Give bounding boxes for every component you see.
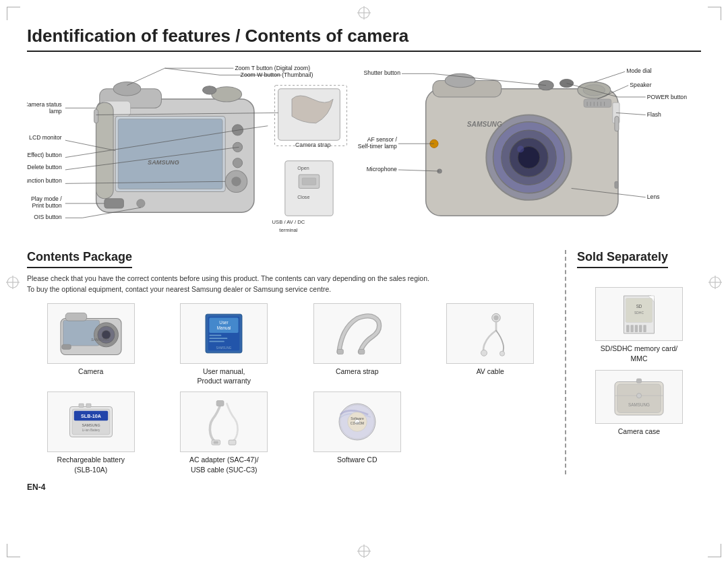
svg-text:Mode dial: Mode dial xyxy=(626,67,652,74)
contents-title: Contents Package xyxy=(27,250,132,268)
svg-point-163 xyxy=(636,394,641,398)
svg-point-14 xyxy=(113,82,141,96)
item-ac-adapter: AC adapter (SAC-47)/USB cable (SUC-C3) xyxy=(160,391,289,474)
item-sd-card-label: SD/SDHC memory card/MMC xyxy=(601,344,677,363)
crosshair-left xyxy=(5,275,20,290)
svg-text:E (Effect) button: E (Effect) button xyxy=(27,152,62,158)
contents-package: Contents Package Please check that you h… xyxy=(27,250,566,474)
svg-rect-157 xyxy=(626,299,653,323)
svg-rect-152 xyxy=(626,325,630,332)
svg-text:Print button: Print button xyxy=(32,202,61,209)
svg-text:Speaker: Speaker xyxy=(630,82,651,88)
svg-point-61 xyxy=(517,146,524,152)
svg-rect-115 xyxy=(65,313,87,321)
svg-point-132 xyxy=(481,350,487,356)
svg-text:5-function button: 5-function button xyxy=(27,177,62,184)
svg-rect-20 xyxy=(96,102,113,199)
item-manual: User Manual SAMSUNG User manual,Product … xyxy=(160,303,289,386)
svg-point-23 xyxy=(233,158,242,168)
svg-rect-143 xyxy=(214,441,218,444)
svg-line-104 xyxy=(616,113,646,115)
svg-rect-153 xyxy=(630,325,634,332)
item-camera-case: SAMSUNG Camera case xyxy=(577,370,701,437)
svg-text:SLB-10A: SLB-10A xyxy=(81,413,101,419)
svg-rect-154 xyxy=(635,325,638,332)
page-title: Identification of features / Contents of… xyxy=(27,26,701,52)
item-av-cable-label: AV cable xyxy=(477,367,504,377)
svg-text:SAMSUNG: SAMSUNG xyxy=(91,337,109,341)
svg-text:Close: Close xyxy=(297,195,309,200)
svg-text:USB / AV / DC: USB / AV / DC xyxy=(272,219,305,225)
svg-rect-19 xyxy=(118,119,222,189)
item-software-cd-image: Software CD-ROM xyxy=(313,391,401,452)
svg-text:SAMSUNG: SAMSUNG xyxy=(82,423,100,427)
svg-line-97 xyxy=(594,71,625,82)
svg-point-16 xyxy=(203,86,216,94)
svg-rect-141 xyxy=(86,404,91,407)
item-av-cable: AV cable xyxy=(427,303,555,386)
diagram-svg: SAMSUNG Camera strap Open Close USB / AV… xyxy=(27,61,701,243)
svg-text:Open: Open xyxy=(297,166,309,171)
crosshair-bottom xyxy=(357,544,371,559)
svg-text:Camera status: Camera status xyxy=(27,101,62,108)
svg-point-28 xyxy=(137,199,145,208)
corner-mark-tl xyxy=(7,7,20,20)
svg-rect-29 xyxy=(94,109,98,123)
svg-point-130 xyxy=(494,315,499,320)
item-camera-case-image: SAMSUNG xyxy=(595,370,683,424)
svg-text:OIS button: OIS button xyxy=(34,214,62,220)
sold-separately-title: Sold Separately xyxy=(577,250,668,268)
svg-rect-34 xyxy=(302,178,315,185)
svg-text:Camera strap: Camera strap xyxy=(295,142,331,148)
item-sd-card-image: SD SDHC xyxy=(595,287,683,341)
corner-mark-tr xyxy=(708,7,721,20)
svg-text:SAMSUNG: SAMSUNG xyxy=(467,121,502,128)
item-av-cable-image xyxy=(446,303,534,364)
item-manual-label: User manual,Product warranty xyxy=(198,367,251,386)
svg-text:User: User xyxy=(220,319,229,324)
svg-text:SAMSUNG: SAMSUNG xyxy=(628,403,650,408)
svg-rect-64 xyxy=(615,181,618,188)
item-software-cd-label: Software CD xyxy=(337,455,377,465)
item-strap-image xyxy=(313,303,401,364)
svg-point-25 xyxy=(231,177,241,186)
svg-rect-125 xyxy=(210,340,225,342)
item-camera-image: SAMSUNG xyxy=(47,303,135,364)
svg-rect-127 xyxy=(337,349,343,354)
desc-line2: To buy the optional equipment, contact y… xyxy=(27,285,331,293)
svg-rect-27 xyxy=(104,199,124,208)
svg-text:Shutter button: Shutter button xyxy=(364,69,401,76)
svg-text:Manual: Manual xyxy=(217,325,231,330)
description-text: Please check that you have the correct c… xyxy=(27,274,554,295)
svg-text:AF sensor /: AF sensor / xyxy=(367,136,398,143)
svg-text:SAMSUNG: SAMSUNG xyxy=(148,159,179,166)
svg-line-86 xyxy=(165,68,220,75)
item-manual-image: User Manual SAMSUNG xyxy=(180,303,268,364)
svg-rect-123 xyxy=(210,334,222,336)
svg-text:SD: SD xyxy=(636,304,642,309)
item-battery-image: SLB-10A SAMSUNG Li-ion Battery xyxy=(47,391,135,452)
svg-text:Fn / Delete button: Fn / Delete button xyxy=(27,164,62,170)
svg-rect-124 xyxy=(210,338,228,339)
svg-rect-145 xyxy=(229,440,236,445)
sold-separately: Sold Separately xyxy=(566,250,701,474)
svg-line-83 xyxy=(127,68,164,85)
svg-point-43 xyxy=(583,85,605,96)
corner-mark-br xyxy=(708,544,721,557)
item-ac-adapter-image xyxy=(180,391,268,452)
svg-text:Lens: Lens xyxy=(647,193,660,200)
svg-rect-128 xyxy=(359,349,365,354)
svg-text:terminal: terminal xyxy=(279,227,297,233)
svg-text:Zoom T button (Digital zoom): Zoom T button (Digital zoom) xyxy=(235,65,310,71)
svg-rect-144 xyxy=(216,400,224,406)
item-battery-label: Rechargeable battery(SLB-10A) xyxy=(57,455,125,474)
page-number: EN-4 xyxy=(27,482,701,492)
camera-diagram: SAMSUNG Camera strap Open Close USB / AV… xyxy=(27,61,701,243)
page-container: Identification of features / Contents of… xyxy=(0,0,728,564)
svg-rect-116 xyxy=(62,344,71,349)
svg-text:Self-timer lamp: Self-timer lamp xyxy=(358,143,397,150)
svg-rect-155 xyxy=(639,325,642,332)
svg-rect-161 xyxy=(617,384,661,412)
svg-text:POWER button: POWER button xyxy=(647,94,687,100)
corner-mark-bl xyxy=(7,544,20,557)
